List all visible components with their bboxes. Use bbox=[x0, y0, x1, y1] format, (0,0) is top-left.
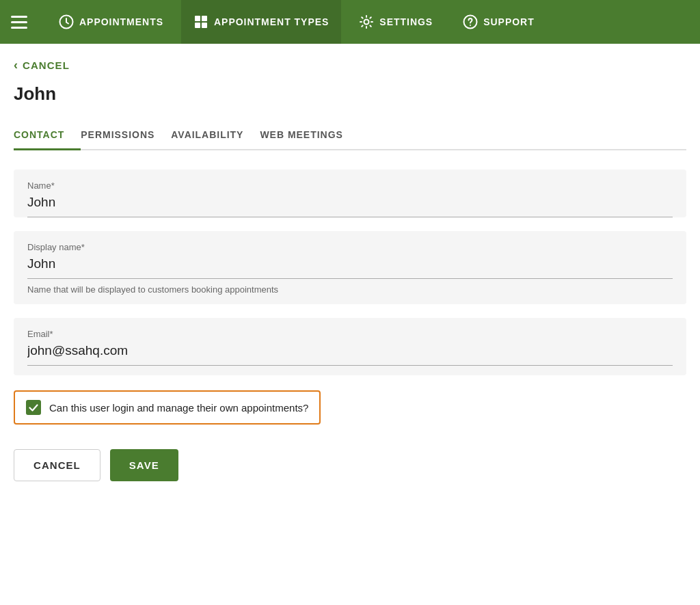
bottom-buttons: CANCEL SAVE bbox=[14, 449, 686, 481]
question-icon bbox=[463, 14, 478, 29]
svg-rect-1 bbox=[195, 16, 200, 21]
gear-icon bbox=[359, 14, 374, 29]
email-field-section: Email* bbox=[14, 318, 686, 375]
name-field: Name* bbox=[27, 180, 673, 217]
nav-support[interactable]: SUPPORT bbox=[450, 0, 547, 44]
nav-appointments[interactable]: APPOINTMENTS bbox=[46, 0, 176, 44]
cancel-top-label: CANCEL bbox=[23, 59, 70, 71]
checkbox-checked-icon bbox=[26, 400, 41, 415]
name-field-section: Name* bbox=[14, 170, 686, 217]
manage-appointments-checkbox-row[interactable]: Can this user login and manage their own… bbox=[14, 390, 321, 425]
hamburger-menu[interactable] bbox=[11, 16, 27, 29]
email-input[interactable] bbox=[27, 342, 673, 366]
display-name-input[interactable] bbox=[27, 255, 673, 279]
cancel-button[interactable]: CANCEL bbox=[14, 449, 100, 481]
page-content: ‹ CANCEL John CONTACT PERMISSIONS AVAILA… bbox=[0, 44, 700, 481]
display-name-field: Display name* bbox=[27, 242, 673, 279]
save-button[interactable]: SAVE bbox=[110, 449, 178, 481]
display-name-label: Display name* bbox=[27, 242, 673, 252]
person-name: John bbox=[14, 83, 686, 105]
clock-icon bbox=[59, 14, 74, 29]
top-navigation: APPOINTMENTS APPOINTMENT TYPES SETTINGS … bbox=[0, 0, 700, 44]
display-name-hint: Name that will be displayed to customers… bbox=[27, 279, 673, 304]
cancel-top-link[interactable]: ‹ CANCEL bbox=[14, 59, 70, 71]
svg-point-5 bbox=[364, 20, 369, 25]
tab-contact[interactable]: CONTACT bbox=[14, 121, 81, 150]
name-input[interactable] bbox=[27, 193, 673, 217]
grid-icon bbox=[193, 14, 208, 29]
tabs-container: CONTACT PERMISSIONS AVAILABILITY WEB MEE… bbox=[14, 121, 686, 150]
display-name-field-section: Display name* Name that will be displaye… bbox=[14, 231, 686, 304]
checkbox-label: Can this user login and manage their own… bbox=[49, 402, 308, 414]
name-label: Name* bbox=[27, 180, 673, 191]
tab-permissions[interactable]: PERMISSIONS bbox=[81, 121, 171, 150]
chevron-left-icon: ‹ bbox=[14, 59, 18, 71]
svg-rect-4 bbox=[202, 23, 207, 28]
nav-appointment-types[interactable]: APPOINTMENT TYPES bbox=[181, 0, 341, 44]
email-label: Email* bbox=[27, 329, 673, 339]
svg-rect-3 bbox=[195, 23, 200, 28]
tab-web-meetings[interactable]: WEB MEETINGS bbox=[260, 121, 359, 150]
tab-availability[interactable]: AVAILABILITY bbox=[171, 121, 260, 150]
email-field: Email* bbox=[27, 329, 673, 366]
svg-point-7 bbox=[470, 25, 471, 26]
svg-rect-2 bbox=[202, 16, 207, 21]
nav-settings[interactable]: SETTINGS bbox=[347, 0, 445, 44]
